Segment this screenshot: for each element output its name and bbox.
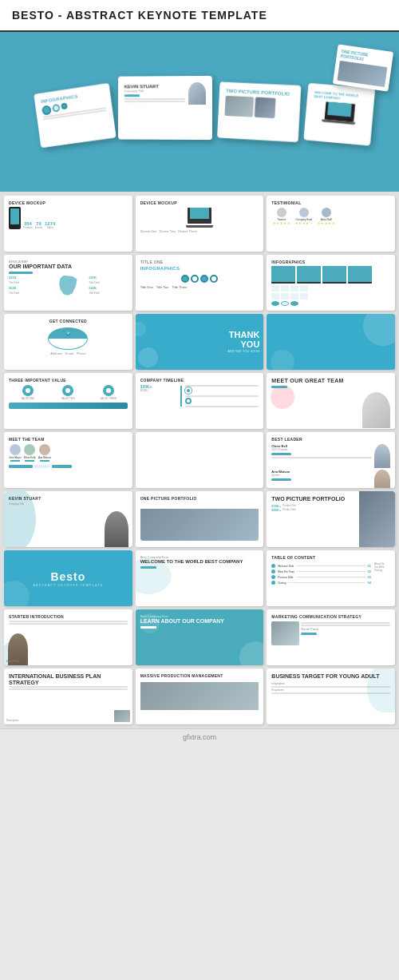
slide-device-mockup-phone: DEVICE MOCKUP 354 Products 70 Events 127…	[4, 196, 132, 252]
slide-kevin-large: KEVIN STUART Company Title	[4, 491, 132, 547]
slide-three-important-value: THREE IMPORTANT VALUE VALUE ONE VALUE TW…	[4, 373, 132, 429]
slide-international-business: INTERNATIONAL BUSINESS PLAN STRATEGY Des…	[4, 669, 132, 724]
hero-section: INFOGRAPHICS KEVIN STUART Company Title	[0, 32, 399, 192]
besto-logo-text: Besto	[50, 570, 85, 583]
thankyou-text: THANKYOU	[227, 330, 259, 349]
slide-business-target: BUSINESS TARGET FOR YOUNG ADULT Infograp…	[267, 669, 395, 724]
slide-table-of-content: TABLE OF CONTENT Welcome Slide 01 Meet T…	[267, 550, 395, 606]
hero-slides-container: INFOGRAPHICS KEVIN STUART Company Title	[36, 79, 373, 145]
slide-welcome-company-2: Best Company Ever WELCOME TO THE WORLD B…	[136, 550, 264, 606]
slide-one-portfolio: ONE PICTURE PORTFOLIO	[136, 491, 264, 547]
slide-learn-about: Best Company Ever LEARN ABOUT OUR COMPAN…	[136, 609, 264, 665]
slide-besto-logo: Besto ABSTRACT KEYNOTE TEMPLATE	[4, 550, 132, 606]
slide-thank-you: THANKYOU AND SEE YOU SOON	[136, 314, 264, 370]
slide-meet-team: MEET THE TEAM John Mayor Ethan Kelly Ana…	[4, 432, 132, 488]
page-header: BESTO - ABSTRACT KEYNOTE TEMPLATE	[0, 0, 399, 32]
slide-placeholder-r5m	[136, 432, 264, 488]
slide-best-leader: BEST LEADER Claire Bell CEO / Founder An…	[267, 432, 395, 488]
footer-watermark: gfxtra.com	[0, 728, 399, 745]
watermark-text: gfxtra.com	[183, 733, 216, 741]
three-values-title: THREE IMPORTANT VALUE	[9, 378, 128, 383]
slide-meet-our-great-team: MEET OUR GREAT TEAM	[267, 373, 395, 429]
slide-get-connected: GET CONNECTED 🌍 Address Email Phone	[4, 314, 132, 370]
slide-device-mockup-laptop: DEVICE MOCKUP Device One Device Two Devi…	[136, 196, 264, 252]
slide-testimonial: TESTIMONIAL Trainers ★★★★★ Company Head …	[267, 196, 395, 252]
page-title: BESTO - ABSTRACT KEYNOTE TEMPLATE	[12, 9, 267, 22]
slide-starter-introduction: STARTER INTRODUCTION Anna Pierce	[4, 609, 132, 665]
hero-slide-kevin: KEVIN STUART Company Title	[118, 76, 212, 140]
hero-slide-one-portfolio: ONE PICTURE PORTFOLIO	[333, 44, 393, 91]
slide-infographics-table: INFOGRAPHICS	[267, 255, 395, 311]
slide-massive-production: MASSIVE PRODUCTION MANAGEMENT	[136, 669, 264, 724]
hero-slide-infographics: INFOGRAPHICS	[34, 83, 116, 148]
slide-infographics-circles: TITLE ONE INFOGRAPHICS Title One Title T…	[136, 255, 264, 311]
slide-empty-r3	[267, 314, 395, 370]
slide-company-timeline: COMPANY TIMELINE $35K+ $235K+	[136, 373, 264, 429]
slide-marketing-strategy: MARKETING COMMUNICATION STRATEGY Name Pi…	[267, 609, 395, 665]
hero-slide-welcome: WELCOME TO THE WORLD BEST COMPANY	[303, 83, 375, 146]
hero-slide-two-portfolio: TWO PICTURE PORTFOLIO	[217, 81, 301, 142]
slide-two-portfolio-bottom: TWO PICTURE PORTFOLIO $35K+ Product One …	[267, 491, 395, 547]
slide-africa-map: AFRICA MAP OUR IMPORTANT DATA 221K Title…	[4, 255, 132, 311]
slides-grid: DEVICE MOCKUP 354 Products 70 Events 127…	[0, 192, 399, 728]
